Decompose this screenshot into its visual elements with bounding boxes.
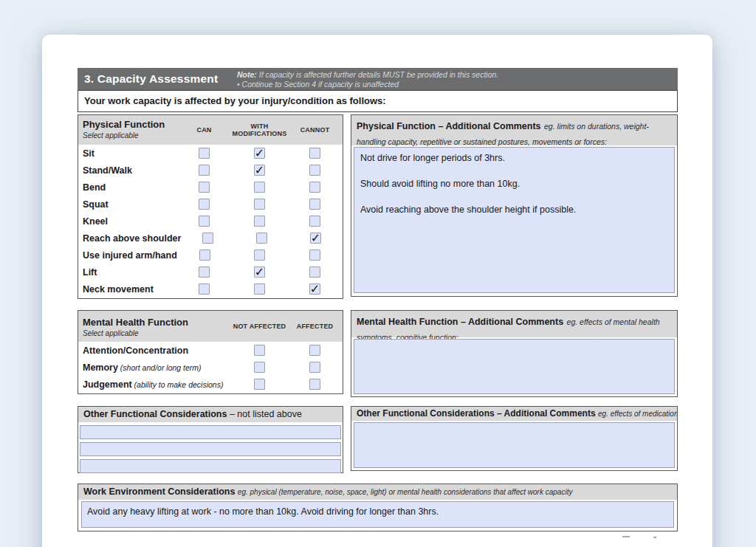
page-footer-artifact: [653, 537, 656, 538]
other-considerations-title: Other Functional Considerations: [83, 409, 227, 419]
table-row: Bend: [78, 179, 343, 196]
comment-line: Avoid reaching above the shoulder height…: [360, 204, 668, 215]
checkbox-cannot[interactable]: ✓: [310, 233, 321, 244]
checkbox-with-modifications[interactable]: [254, 216, 265, 227]
physical-comments-field[interactable]: Not drive for longer periods of 3hrs. Sh…: [354, 147, 675, 293]
table-row: Judgement (ability to make decisions): [78, 376, 343, 393]
checkbox-cannot[interactable]: ✓: [309, 283, 320, 295]
comment-line: Not drive for longer periods of 3hrs.: [360, 153, 668, 163]
checkbox-with-modifications[interactable]: [254, 182, 265, 193]
table-row: Neck movement ✓: [78, 281, 343, 297]
row-label: Judgement (ability to make decisions): [78, 379, 232, 390]
row-label: Sit: [78, 148, 176, 159]
checkbox-not-affected[interactable]: [254, 362, 265, 373]
checkbox-can[interactable]: [199, 148, 210, 159]
mental-comments-field[interactable]: [354, 339, 675, 394]
other-consideration-input[interactable]: [80, 425, 341, 439]
other-comments-box: Other Functional Considerations – Additi…: [351, 406, 678, 471]
physical-function-subtitle: Select applicable: [83, 131, 176, 140]
checkbox-with-modifications[interactable]: [254, 250, 265, 261]
checkbox-with-modifications[interactable]: [256, 233, 267, 244]
checkbox-affected[interactable]: [309, 379, 320, 390]
checkbox-can[interactable]: [199, 216, 210, 227]
work-environment-field[interactable]: Avoid any heavy lifting at work - no mor…: [81, 501, 674, 528]
intro-statement: Your work capacity is affected by your i…: [78, 90, 678, 112]
other-comments-hint: eg. effects of medication:: [598, 410, 677, 418]
checkbox-cannot[interactable]: [309, 165, 320, 176]
other-considerations-header: Other Functional Considerations – not li…: [78, 407, 343, 422]
physical-comments-box: Physical Function – Additional Comments …: [351, 114, 678, 297]
mental-health-header: Mental Health Function Select applicable…: [78, 311, 343, 342]
table-row: Memory (short and/or long term): [78, 359, 343, 376]
checkbox-cannot[interactable]: [309, 148, 320, 159]
comment-line: Should avoid lifting no more than 10kg.: [360, 179, 668, 189]
column-header-cannot: CANNOT: [287, 115, 343, 145]
page-footer-artifact: [622, 536, 630, 537]
checkbox-cannot[interactable]: [309, 199, 320, 210]
row-label: Squat: [78, 199, 176, 210]
row-label: Stand/Walk: [78, 165, 176, 176]
other-comments-field[interactable]: [354, 422, 675, 468]
physical-comments-title: Physical Function – Additional Comments: [357, 121, 541, 131]
mental-health-table: Mental Health Function Select applicable…: [78, 310, 343, 394]
table-row: Squat: [78, 196, 343, 213]
section-note-line2: • Continue to Section 4 if capacity is u…: [237, 80, 673, 89]
other-considerations-box: Other Functional Considerations – not li…: [78, 406, 343, 473]
checkbox-can[interactable]: [199, 165, 210, 176]
physical-function-table: Physical Function Select applicable CAN …: [78, 114, 343, 299]
other-considerations-suffix: – not listed above: [227, 409, 301, 419]
checkbox-with-modifications[interactable]: ✓: [254, 148, 265, 159]
other-consideration-input[interactable]: [80, 442, 341, 456]
work-environment-box: Work Environment Considerations eg. phys…: [78, 484, 678, 531]
column-header-not-affected: NOT AFFECTED: [232, 311, 287, 342]
checkbox-affected[interactable]: [309, 345, 320, 356]
work-environment-header: Work Environment Considerations eg. phys…: [78, 484, 677, 500]
checkbox-with-modifications[interactable]: [254, 283, 265, 295]
checkbox-can[interactable]: [199, 283, 210, 295]
table-row: Reach above shoulder ✓: [78, 230, 343, 247]
checkbox-with-modifications[interactable]: [254, 199, 265, 210]
checkbox-cannot[interactable]: [309, 182, 320, 193]
checkbox-with-modifications[interactable]: ✓: [254, 165, 265, 176]
checkbox-affected[interactable]: [309, 362, 320, 373]
checkbox-cannot[interactable]: [309, 216, 320, 227]
column-header-affected: AFFECTED: [287, 311, 343, 342]
checkbox-with-modifications[interactable]: ✓: [254, 266, 265, 278]
mental-health-title: Mental Health Function: [83, 317, 232, 328]
section-header: 3. Capacity Assessment Note: If capacity…: [78, 68, 678, 90]
mental-health-subtitle: Select applicable: [83, 329, 232, 337]
table-row: Sit ✓: [78, 145, 343, 162]
physical-comments-header: Physical Function – Additional Comments …: [351, 115, 677, 145]
row-label: Bend: [78, 182, 176, 193]
table-row: Stand/Walk ✓: [78, 162, 343, 179]
checkbox-can[interactable]: [199, 250, 210, 261]
checkbox-can[interactable]: [202, 233, 213, 244]
checkbox-can[interactable]: [199, 182, 210, 193]
checkbox-cannot[interactable]: [309, 266, 320, 278]
column-header-can: CAN: [176, 115, 232, 145]
mental-comments-box: Mental Health Function – Additional Comm…: [351, 310, 678, 397]
table-row: Use injured arm/hand: [78, 247, 343, 264]
work-environment-title: Work Environment Considerations: [83, 486, 235, 497]
mental-comments-header: Mental Health Function – Additional Comm…: [351, 311, 677, 337]
table-row: Attention/Concentration: [78, 342, 343, 359]
other-comments-title: Other Functional Considerations – Additi…: [357, 408, 596, 419]
checkbox-not-affected[interactable]: [254, 345, 265, 356]
row-label: Kneel: [78, 216, 176, 227]
row-label: Memory (short and/or long term): [78, 362, 232, 373]
mental-health-title-cell: Mental Health Function Select applicable: [78, 311, 232, 342]
checkbox-can[interactable]: [199, 199, 210, 210]
section-note: Note: If capacity is affected further de…: [237, 70, 673, 89]
other-comments-header: Other Functional Considerations – Additi…: [351, 407, 677, 421]
column-header-with-modifications: WITH MODIFICATIONS: [232, 115, 287, 145]
section-title: 3. Capacity Assessment: [84, 68, 218, 90]
checkbox-can[interactable]: [199, 266, 210, 278]
form-page: 3. Capacity Assessment Note: If capacity…: [42, 35, 712, 547]
checkbox-cannot[interactable]: [309, 250, 320, 261]
section-note-line1: Note: If capacity is affected further de…: [237, 70, 673, 80]
other-consideration-input[interactable]: [80, 459, 341, 473]
checkbox-not-affected[interactable]: [254, 379, 265, 390]
row-label: Reach above shoulder: [78, 233, 181, 244]
row-label: Use injured arm/hand: [78, 250, 177, 261]
work-environment-hint: eg. physical (temperature, noise, space,…: [238, 488, 573, 496]
